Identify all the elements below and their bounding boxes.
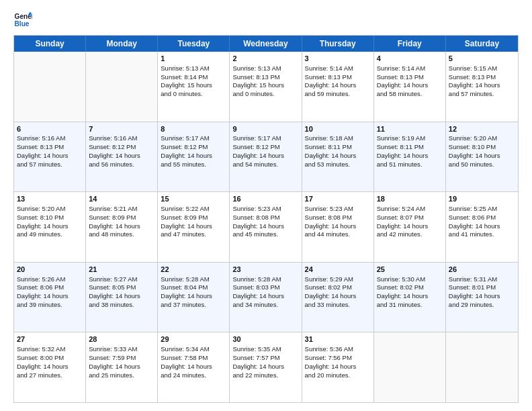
- day-info-line: Daylight: 14 hours: [305, 152, 371, 161]
- day-info-line: Sunset: 8:12 PM: [232, 143, 298, 152]
- day-info-line: Daylight: 15 hours: [161, 81, 226, 90]
- day-info-line: Daylight: 15 hours: [232, 81, 298, 90]
- day-info-line: Sunset: 7:56 PM: [305, 354, 371, 363]
- day-info-line: Sunset: 8:08 PM: [305, 214, 371, 222]
- day-cell-18: 18Sunrise: 5:24 AMSunset: 8:07 PMDayligh…: [374, 192, 446, 262]
- day-info-line: Sunrise: 5:17 AM: [161, 134, 226, 143]
- day-info-line: and 22 minutes.: [232, 371, 298, 380]
- day-info-line: Daylight: 14 hours: [377, 152, 443, 161]
- day-number: 27: [17, 334, 83, 345]
- day-info-line: and 38 minutes.: [89, 301, 154, 310]
- day-info-line: Sunrise: 5:22 AM: [161, 205, 226, 214]
- day-info-line: Daylight: 14 hours: [232, 292, 298, 301]
- day-info-line: Daylight: 14 hours: [17, 363, 83, 371]
- day-info-line: Daylight: 14 hours: [232, 152, 298, 161]
- header-day-wednesday: Wednesday: [230, 36, 302, 52]
- day-info-line: and 0 minutes.: [161, 90, 226, 99]
- header: General Blue: [13, 11, 519, 30]
- page: General Blue SundayMondayTuesdayWednesda…: [0, 0, 532, 411]
- day-info-line: Daylight: 14 hours: [17, 152, 83, 161]
- day-info-line: Daylight: 14 hours: [377, 222, 443, 231]
- day-info-line: Sunrise: 5:19 AM: [377, 134, 443, 143]
- day-info-line: Sunset: 8:08 PM: [232, 214, 298, 222]
- day-cell-17: 17Sunrise: 5:23 AMSunset: 8:08 PMDayligh…: [302, 192, 374, 262]
- day-cell-10: 10Sunrise: 5:18 AMSunset: 8:11 PMDayligh…: [302, 122, 374, 192]
- day-info-line: Daylight: 14 hours: [449, 152, 515, 161]
- day-info-line: Daylight: 14 hours: [89, 292, 154, 301]
- day-cell-14: 14Sunrise: 5:21 AMSunset: 8:09 PMDayligh…: [86, 192, 158, 262]
- day-info-line: and 31 minutes.: [377, 301, 443, 310]
- day-info-line: and 39 minutes.: [17, 301, 83, 310]
- day-info-line: Sunset: 8:03 PM: [232, 283, 298, 292]
- day-number: 22: [161, 265, 226, 275]
- day-info-line: Sunrise: 5:16 AM: [17, 134, 83, 143]
- day-cell-16: 16Sunrise: 5:23 AMSunset: 8:08 PMDayligh…: [230, 192, 302, 262]
- calendar-row-2: 13Sunrise: 5:20 AMSunset: 8:10 PMDayligh…: [14, 192, 518, 263]
- day-cell-19: 19Sunrise: 5:25 AMSunset: 8:06 PMDayligh…: [446, 192, 518, 262]
- day-info-line: Daylight: 14 hours: [161, 222, 226, 231]
- header-day-friday: Friday: [374, 36, 446, 52]
- day-info-line: and 47 minutes.: [161, 230, 226, 239]
- day-info-line: Daylight: 14 hours: [232, 363, 298, 371]
- day-number: 7: [89, 124, 154, 134]
- day-info-line: Sunset: 8:13 PM: [449, 73, 515, 82]
- day-info-line: Sunset: 8:12 PM: [89, 143, 154, 152]
- day-info-line: Sunrise: 5:23 AM: [232, 205, 298, 214]
- day-info-line: and 33 minutes.: [305, 301, 371, 310]
- day-info-line: and 54 minutes.: [232, 161, 298, 169]
- calendar-row-0: 1Sunrise: 5:13 AMSunset: 8:14 PMDaylight…: [14, 52, 518, 122]
- day-info-line: Sunset: 7:59 PM: [89, 354, 154, 363]
- day-cell-13: 13Sunrise: 5:20 AMSunset: 8:10 PMDayligh…: [14, 192, 86, 262]
- day-info-line: and 34 minutes.: [232, 301, 298, 310]
- day-info-line: and 42 minutes.: [377, 230, 443, 239]
- day-info-line: Sunset: 8:05 PM: [89, 283, 154, 292]
- day-info-line: Daylight: 14 hours: [161, 292, 226, 301]
- day-number: 13: [17, 194, 83, 204]
- header-day-saturday: Saturday: [446, 36, 518, 52]
- logo: General Blue: [13, 11, 35, 30]
- day-number: 25: [377, 265, 443, 275]
- day-number: 14: [89, 194, 154, 204]
- day-info-line: Sunset: 8:06 PM: [17, 283, 83, 292]
- day-info-line: Daylight: 14 hours: [89, 152, 154, 161]
- day-info-line: Sunset: 8:01 PM: [449, 283, 515, 292]
- day-info-line: Sunset: 7:57 PM: [232, 354, 298, 363]
- day-info-line: Sunrise: 5:20 AM: [449, 134, 515, 143]
- calendar-row-1: 6Sunrise: 5:16 AMSunset: 8:13 PMDaylight…: [14, 122, 518, 193]
- day-info-line: Daylight: 14 hours: [377, 81, 443, 90]
- day-info-line: Sunrise: 5:36 AM: [305, 345, 371, 354]
- day-cell-31: 31Sunrise: 5:36 AMSunset: 7:56 PMDayligh…: [302, 332, 374, 402]
- header-day-monday: Monday: [86, 36, 158, 52]
- day-info-line: Sunset: 8:13 PM: [377, 73, 443, 82]
- day-info-line: Sunrise: 5:30 AM: [377, 275, 443, 284]
- day-cell-3: 3Sunrise: 5:14 AMSunset: 8:13 PMDaylight…: [302, 52, 374, 122]
- day-cell-11: 11Sunrise: 5:19 AMSunset: 8:11 PMDayligh…: [374, 122, 446, 192]
- day-info-line: Sunset: 8:09 PM: [89, 214, 154, 222]
- day-cell-15: 15Sunrise: 5:22 AMSunset: 8:09 PMDayligh…: [158, 192, 230, 262]
- day-number: 31: [305, 334, 371, 345]
- day-info-line: Sunset: 8:02 PM: [377, 283, 443, 292]
- day-info-line: and 57 minutes.: [17, 161, 83, 169]
- svg-text:Blue: Blue: [15, 20, 30, 28]
- calendar-header: SundayMondayTuesdayWednesdayThursdayFrid…: [14, 36, 518, 52]
- day-info-line: Sunrise: 5:14 AM: [305, 64, 371, 73]
- calendar-row-4: 27Sunrise: 5:32 AMSunset: 8:00 PMDayligh…: [14, 332, 518, 402]
- day-info-line: Daylight: 14 hours: [449, 292, 515, 301]
- day-info-line: Daylight: 14 hours: [449, 81, 515, 90]
- day-number: 29: [161, 334, 226, 345]
- day-info-line: Sunrise: 5:23 AM: [305, 205, 371, 214]
- day-info-line: and 45 minutes.: [232, 230, 298, 239]
- day-number: 17: [305, 194, 371, 204]
- day-number: 18: [377, 194, 443, 204]
- day-info-line: Sunset: 8:09 PM: [161, 214, 226, 222]
- day-info-line: and 59 minutes.: [305, 90, 371, 99]
- day-cell-7: 7Sunrise: 5:16 AMSunset: 8:12 PMDaylight…: [86, 122, 158, 192]
- day-cell-29: 29Sunrise: 5:34 AMSunset: 7:58 PMDayligh…: [158, 332, 230, 402]
- day-info-line: Sunset: 8:13 PM: [232, 73, 298, 82]
- day-cell-30: 30Sunrise: 5:35 AMSunset: 7:57 PMDayligh…: [230, 332, 302, 402]
- day-info-line: Sunrise: 5:16 AM: [89, 134, 154, 143]
- day-number: 23: [232, 265, 298, 275]
- day-info-line: Sunrise: 5:25 AM: [449, 205, 515, 214]
- day-info-line: Sunrise: 5:24 AM: [377, 205, 443, 214]
- day-info-line: Sunrise: 5:27 AM: [89, 275, 154, 284]
